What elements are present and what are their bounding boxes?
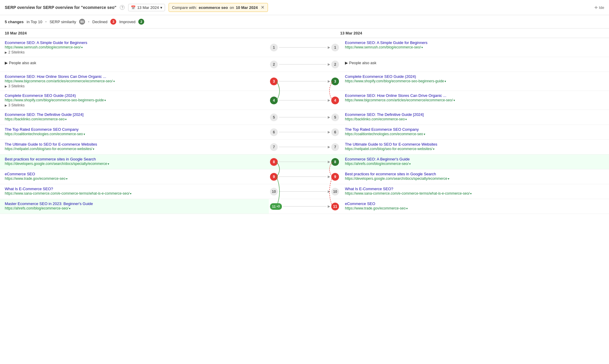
- top-bar: SERP overview for SERP overview for "eco…: [0, 0, 609, 15]
- result-title-right[interactable]: Ecommerce SEO: How Online Stores Can Dri…: [345, 93, 446, 98]
- right-result: ▶ People also ask: [340, 57, 609, 72]
- result-title-left[interactable]: The Ultimate Guide to SEO for E-commerce…: [5, 142, 97, 146]
- result-title-right[interactable]: Ecommerce SEO: A Beginner's Guide: [345, 157, 410, 161]
- table-row: eCommerce SEOhttps://www.trade.gov/ecomm…: [0, 169, 609, 184]
- calendar-icon: 📅: [131, 5, 136, 10]
- result-title-left[interactable]: The Top Rated Ecommerce SEO Company: [5, 127, 79, 132]
- url-dropdown-right[interactable]: ▾: [424, 133, 425, 136]
- url-dropdown-right[interactable]: ▾: [406, 207, 408, 210]
- columns-header: 10 Mar 2024 13 Mar 2024: [0, 29, 609, 38]
- rank-left: 5: [270, 114, 278, 121]
- rank-connector: 9 ▶ 9: [269, 169, 340, 184]
- url-dropdown-left[interactable]: ▾: [113, 80, 115, 83]
- changes-count: 5 changes: [5, 20, 24, 24]
- rank-connector: 4 ▶ 4: [269, 91, 340, 110]
- url-dropdown-right[interactable]: ▾: [421, 46, 423, 49]
- table-row: Ecommerce SEO: A Simple Guide for Beginn…: [0, 38, 609, 57]
- rank-left: 6: [270, 128, 278, 136]
- left-result: The Ultimate Guide to SEO for E-commerce…: [0, 140, 269, 154]
- url-dropdown-left[interactable]: ▾: [108, 162, 109, 166]
- result-title-left[interactable]: What Is E-Commerce SEO?: [5, 187, 53, 191]
- table-row: Ecommerce SEO: The Definitive Guide [202…: [0, 110, 609, 125]
- left-result: Complete Ecommerce SEO Guide (2024)https…: [0, 91, 269, 110]
- rank-right: 10: [331, 188, 339, 196]
- right-result: Ecommerce SEO: How Online Stores Can Dri…: [340, 91, 609, 110]
- result-title-right[interactable]: Complete Ecommerce SEO Guide (2024): [345, 74, 416, 79]
- improved-badge: 2: [138, 19, 144, 25]
- result-title-left[interactable]: Ecommerce SEO: A Simple Guide for Beginn…: [5, 40, 87, 45]
- table-row: The Top Rated Ecommerce SEO Companyhttps…: [0, 125, 609, 140]
- help-icon[interactable]: ?: [120, 5, 125, 10]
- left-result: Best practices for ecommerce sites in Go…: [0, 155, 269, 169]
- right-result: The Ultimate Guide to SEO for E-commerce…: [340, 140, 609, 154]
- summary-bar: 5 changes in Top 10 • SERP similarity 90…: [0, 15, 609, 29]
- url-dropdown-left[interactable]: ▾: [69, 207, 70, 210]
- rank-connector: 6 ▶ 6: [269, 125, 340, 139]
- url-dropdown-left[interactable]: ▾: [81, 46, 83, 49]
- result-title-left[interactable]: eCommerce SEO: [5, 172, 35, 176]
- result-title-left[interactable]: Best practices for ecommerce sites in Go…: [5, 157, 96, 161]
- result-title-right[interactable]: Ecommerce SEO: The Definitive Guide [202…: [345, 112, 424, 117]
- sitelinks-left[interactable]: ▶ 2 Sitelinks: [5, 50, 264, 54]
- left-result: ▶ People also ask: [0, 57, 269, 72]
- sitelinks-left[interactable]: ▶ 3 Sitelinks: [5, 84, 264, 88]
- rank-right: 4: [331, 97, 339, 104]
- url-dropdown-left[interactable]: ▾: [65, 118, 67, 121]
- serp-table: Ecommerce SEO: A Simple Guide for Beginn…: [0, 38, 609, 214]
- url-dropdown-right[interactable]: ▾: [453, 99, 455, 102]
- date-picker[interactable]: 📅 13 Mar 2024 ▾: [128, 4, 165, 11]
- url-dropdown-left[interactable]: ▾: [84, 133, 85, 136]
- url-dropdown-right[interactable]: ▾: [409, 162, 411, 166]
- rank-left: 11 +3: [270, 203, 282, 210]
- table-row: Master Ecommerce SEO in 2023: Beginner's…: [0, 199, 609, 214]
- rank-connector: 7 ▶ 7: [269, 140, 340, 154]
- rank-left: 2: [270, 61, 278, 68]
- result-title-left[interactable]: Ecommerce SEO: How Online Stores Can Dri…: [5, 74, 106, 79]
- table-row: What Is E-Commerce SEO?https://www.sana-…: [0, 184, 609, 199]
- url-dropdown-right[interactable]: ▾: [470, 192, 472, 195]
- url-dropdown-left[interactable]: ▾: [66, 177, 68, 180]
- right-result: Best practices for ecommerce sites in Go…: [340, 169, 609, 184]
- rank-connector: 10 ▶ 10: [269, 184, 340, 199]
- rank-left: 1: [270, 44, 278, 51]
- rank-connector: 11 +3 ▶ 11: [269, 199, 340, 214]
- result-title-right[interactable]: eCommerce SEO: [345, 201, 375, 206]
- left-result: Ecommerce SEO: The Definitive Guide [202…: [0, 110, 269, 125]
- right-result: What Is E-Commerce SEO?https://www.sana-…: [340, 184, 609, 199]
- left-result: Master Ecommerce SEO in 2023: Beginner's…: [0, 199, 269, 214]
- rank-connector: 5 ▶ 5: [269, 110, 340, 125]
- url-dropdown-right[interactable]: ▾: [405, 118, 407, 121]
- rank-right: 7: [331, 143, 339, 151]
- compare-close-button[interactable]: ✕: [261, 5, 265, 10]
- result-title-right[interactable]: What Is E-Commerce SEO?: [345, 187, 393, 191]
- left-result: The Top Rated Ecommerce SEO Companyhttps…: [0, 125, 269, 139]
- rank-right: 3: [331, 78, 339, 85]
- url-dropdown-right[interactable]: ▾: [445, 80, 446, 83]
- result-title-right[interactable]: The Top Rated Ecommerce SEO Company: [345, 127, 419, 132]
- people-also-ask-right[interactable]: ▶ People also ask: [345, 59, 604, 66]
- table-row: Best practices for ecommerce sites in Go…: [0, 155, 609, 169]
- url-dropdown-right[interactable]: ▾: [448, 177, 449, 180]
- left-result: Ecommerce SEO: How Online Stores Can Dri…: [0, 72, 269, 91]
- result-title-right[interactable]: Ecommerce SEO: A Simple Guide for Beginn…: [345, 40, 427, 45]
- rank-right: 9: [331, 173, 339, 181]
- rank-left: 10: [270, 188, 278, 196]
- people-also-ask-left[interactable]: ▶ People also ask: [5, 59, 264, 66]
- rank-right: 6: [331, 128, 339, 136]
- result-title-left[interactable]: Master Ecommerce SEO in 2023: Beginner's…: [5, 201, 93, 206]
- url-dropdown-left[interactable]: ▾: [104, 99, 106, 102]
- sitelinks-left[interactable]: ▶ 3 Sitelinks: [5, 103, 264, 107]
- result-title-left[interactable]: Ecommerce SEO: The Definitive Guide [202…: [5, 112, 84, 117]
- url-dropdown-right[interactable]: ▾: [433, 147, 434, 151]
- left-result: Ecommerce SEO: A Simple Guide for Beginn…: [0, 38, 269, 57]
- table-row: Complete Ecommerce SEO Guide (2024)https…: [0, 91, 609, 110]
- right-date-header: 13 Mar 2024: [340, 31, 604, 35]
- url-dropdown-left[interactable]: ▾: [130, 192, 131, 195]
- chevron-down-icon: ▾: [160, 5, 162, 10]
- right-result: Ecommerce SEO: The Definitive Guide [202…: [340, 110, 609, 125]
- right-result: eCommerce SEOhttps://www.trade.gov/ecomm…: [340, 199, 609, 214]
- result-title-right[interactable]: The Ultimate Guide to SEO for E-commerce…: [345, 142, 437, 146]
- result-title-left[interactable]: Complete Ecommerce SEO Guide (2024): [5, 93, 76, 98]
- url-dropdown-left[interactable]: ▾: [93, 147, 94, 151]
- result-title-right[interactable]: Best practices for ecommerce sites in Go…: [345, 172, 436, 176]
